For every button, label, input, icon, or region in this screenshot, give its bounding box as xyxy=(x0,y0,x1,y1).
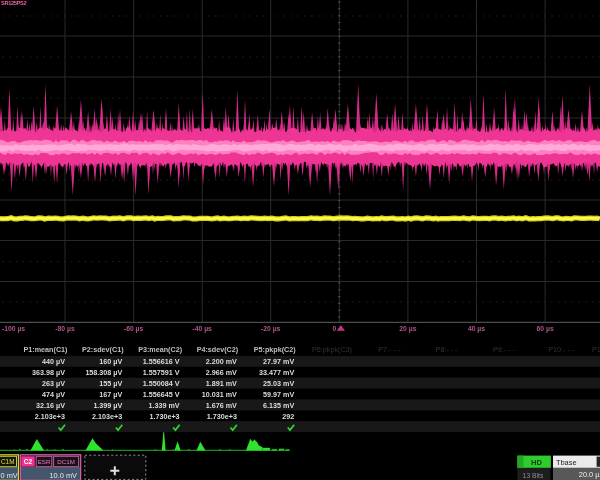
svg-text:C1M: C1M xyxy=(1,458,15,465)
svg-text:P2:sdev(C1): P2:sdev(C1) xyxy=(82,345,124,354)
svg-text:2.103e+3: 2.103e+3 xyxy=(35,412,65,421)
svg-text:P1:mean(C1): P1:mean(C1) xyxy=(24,345,69,354)
svg-text:10.031 mV: 10.031 mV xyxy=(202,390,237,399)
svg-text:363.98 µV: 363.98 µV xyxy=(32,368,65,377)
svg-text:155 µV: 155 µV xyxy=(99,379,122,388)
svg-text:1.557591 V: 1.557591 V xyxy=(143,368,180,377)
svg-text:158.308 µV: 158.308 µV xyxy=(85,368,122,377)
svg-text:P9:- - -: P9:- - - xyxy=(493,345,516,354)
svg-text:167 µV: 167 µV xyxy=(99,390,122,399)
svg-text:1.399 µV: 1.399 µV xyxy=(93,401,122,410)
svg-text:20 µs: 20 µs xyxy=(399,325,416,333)
svg-text:-40 µs: -40 µs xyxy=(192,325,212,333)
svg-text:-100 µs: -100 µs xyxy=(2,325,25,333)
svg-text:20.0 µ: 20.0 µ xyxy=(579,470,600,479)
svg-text:1.550084 V: 1.550084 V xyxy=(143,379,180,388)
svg-text:1.556616 V: 1.556616 V xyxy=(143,357,180,366)
svg-text:-20 µs: -20 µs xyxy=(261,325,281,333)
svg-text:2.966 mV: 2.966 mV xyxy=(206,368,237,377)
svg-text:263 µV: 263 µV xyxy=(42,379,65,388)
svg-text:6.135 mV: 6.135 mV xyxy=(263,401,294,410)
svg-text:2.200 mV: 2.200 mV xyxy=(206,357,237,366)
svg-text:C2: C2 xyxy=(24,458,33,465)
svg-text:60 µs: 60 µs xyxy=(537,325,554,333)
svg-text:33.477 mV: 33.477 mV xyxy=(259,368,294,377)
svg-text:Tbase: Tbase xyxy=(556,458,577,467)
svg-text:P8:- - -: P8:- - - xyxy=(436,345,459,354)
svg-text:-60 µs: -60 µs xyxy=(124,325,144,333)
svg-text:1.676 mV: 1.676 mV xyxy=(206,401,237,410)
svg-text:1.891 mV: 1.891 mV xyxy=(206,379,237,388)
svg-text:440 µV: 440 µV xyxy=(42,357,65,366)
svg-text:HD: HD xyxy=(531,458,542,467)
svg-text:1.730e+3: 1.730e+3 xyxy=(149,412,179,421)
svg-text:1.339 mV: 1.339 mV xyxy=(148,401,179,410)
svg-text:2.103e+3: 2.103e+3 xyxy=(92,412,122,421)
svg-text:P10:- - -: P10:- - - xyxy=(548,345,575,354)
svg-text:25.03 mV: 25.03 mV xyxy=(263,379,294,388)
svg-text:474 µV: 474 µV xyxy=(42,390,65,399)
svg-text:0: 0 xyxy=(333,325,337,332)
svg-text:DC1M: DC1M xyxy=(57,458,75,465)
svg-text:P1: P1 xyxy=(592,345,600,354)
svg-text:-80 µs: -80 µs xyxy=(55,325,75,333)
svg-text:0 mV: 0 mV xyxy=(1,471,18,480)
svg-text:P6:pkpk(C3): P6:pkpk(C3) xyxy=(312,345,352,354)
svg-text:292: 292 xyxy=(282,412,294,421)
svg-text:P4:sdev(C2): P4:sdev(C2) xyxy=(197,345,239,354)
svg-text:P3:mean(C2): P3:mean(C2) xyxy=(138,345,183,354)
svg-text:P7:- - -: P7:- - - xyxy=(378,345,401,354)
svg-text:32.16 µV: 32.16 µV xyxy=(36,401,65,410)
svg-text:P5:pkpk(C2): P5:pkpk(C2) xyxy=(254,345,297,354)
svg-text:40 µs: 40 µs xyxy=(468,325,485,333)
svg-text:160 µV: 160 µV xyxy=(99,357,122,366)
svg-text:10.0 mV: 10.0 mV xyxy=(49,471,77,480)
svg-text:1.556645 V: 1.556645 V xyxy=(143,390,180,399)
svg-text:13 Bits: 13 Bits xyxy=(523,472,544,479)
svg-text:1.730e+3: 1.730e+3 xyxy=(207,412,237,421)
svg-text:SR125PS2: SR125PS2 xyxy=(1,0,26,6)
svg-text:59.97 mV: 59.97 mV xyxy=(263,390,294,399)
svg-text:27.97 mV: 27.97 mV xyxy=(263,357,294,366)
svg-text:ESR: ESR xyxy=(38,458,51,465)
